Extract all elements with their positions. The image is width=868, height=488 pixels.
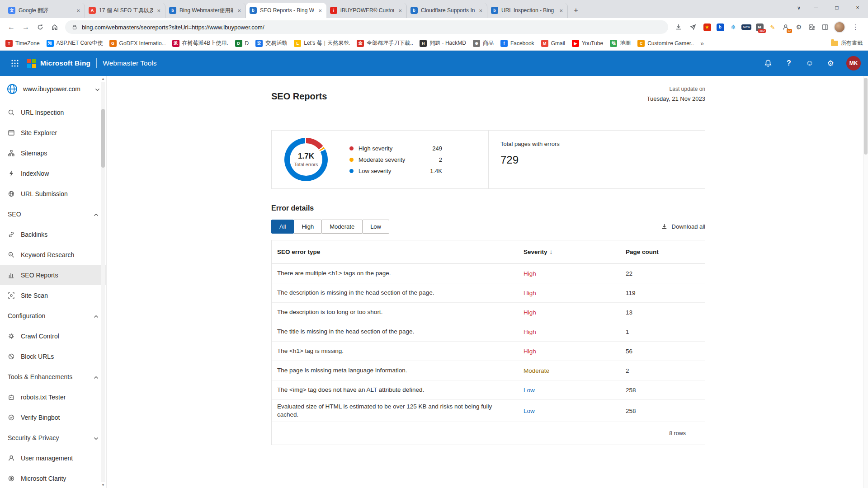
extensions-puzzle-icon[interactable]: [807, 23, 816, 32]
address-bar[interactable]: bing.com/webmasters/seoreports?siteUrl=h…: [65, 20, 668, 34]
bookmark-item[interactable]: ⊕商品: [473, 39, 494, 47]
sidebar-item-seo-reports[interactable]: SEO Reports: [0, 265, 106, 285]
help-icon[interactable]: ?: [784, 58, 794, 68]
tab-close-icon[interactable]: ×: [397, 7, 403, 14]
site-info-icon[interactable]: [71, 24, 78, 30]
sidebar-section-seo[interactable]: SEO: [0, 204, 106, 224]
snowflake-extension-icon[interactable]: ❄: [729, 23, 738, 32]
severity-filter-bar: All High Moderate Low Download all: [271, 220, 705, 234]
bookmark-item[interactable]: 派在树莓派4B上使用...: [172, 39, 228, 47]
download-all-button[interactable]: Download all: [661, 223, 705, 230]
tab-search-caret-icon[interactable]: ∨: [792, 0, 806, 15]
side-panel-icon[interactable]: [821, 23, 830, 32]
browser-tab[interactable]: A 17 個 AI SEO 工具以及 2023 年... ×: [85, 3, 165, 18]
bookmark-item[interactable]: TTimeZone: [5, 40, 40, 47]
filter-low-button[interactable]: Low: [362, 220, 389, 234]
column-page-count[interactable]: Page count: [626, 249, 705, 255]
window-maximize-icon[interactable]: □: [826, 0, 847, 15]
user-extension-icon[interactable]: 12: [781, 23, 790, 32]
browser-tab[interactable]: 文 Google 翻譯 ×: [5, 3, 85, 18]
download-icon[interactable]: [672, 20, 685, 34]
bookmark-item[interactable]: fFacebook: [500, 40, 534, 47]
scrollbar-track[interactable]: [101, 82, 105, 482]
tab-close-icon[interactable]: ×: [236, 7, 242, 14]
product-title[interactable]: Webmaster Tools: [103, 59, 156, 67]
sidebar-item-site-scan[interactable]: Site Scan: [0, 285, 106, 305]
tab-close-icon[interactable]: ×: [156, 7, 161, 14]
waffle-menu-icon[interactable]: [7, 56, 23, 71]
sidebar-item-keyword-research[interactable]: Keyword Research: [0, 244, 106, 265]
browser-profile-avatar[interactable]: [834, 21, 845, 33]
back-icon[interactable]: ←: [5, 20, 18, 34]
bookmark-item[interactable]: H問題 - HackMD: [420, 39, 466, 47]
bookmark-item[interactable]: ▶YouTube: [572, 40, 603, 47]
refresh-icon[interactable]: [33, 20, 47, 34]
home-icon[interactable]: [48, 20, 61, 34]
notifications-bell-icon[interactable]: [763, 58, 773, 68]
browser-tab[interactable]: b URL Inspection - Bing Webma... ×: [487, 3, 568, 18]
mail-extension-icon[interactable]: ✉302: [755, 23, 764, 32]
flag-extension-icon[interactable]: ★: [703, 23, 712, 32]
filter-high-button[interactable]: High: [293, 220, 322, 234]
tab-close-icon[interactable]: ×: [317, 7, 323, 14]
browser-tab[interactable]: b Cloudflare Supports IndexNo... ×: [407, 3, 487, 18]
all-bookmarks-button[interactable]: 所有書籤: [831, 39, 863, 47]
gear-extension-icon[interactable]: ⚙: [794, 23, 803, 32]
bookmark-item[interactable]: GGoDEX Internatio...: [109, 40, 165, 47]
forward-icon[interactable]: →: [19, 20, 33, 34]
sidebar-item-site-explorer[interactable]: Site Explorer: [0, 122, 106, 143]
sidebar-item-microsoft-clarity[interactable]: Microsoft Clarity: [0, 468, 106, 488]
bookmark-item[interactable]: 地地圖: [610, 39, 631, 47]
pen-extension-icon[interactable]: ✎: [768, 23, 777, 32]
browser-menu-kebab-icon[interactable]: ⋮: [849, 23, 862, 31]
bookmark-item[interactable]: CCustomize Gamer...: [637, 40, 693, 47]
sidebar-section-configuration[interactable]: Configuration: [0, 305, 106, 326]
sidebar-item-backlinks[interactable]: Backlinks: [0, 224, 106, 244]
bookmark-item[interactable]: LLet's 莓｜天然果乾...: [294, 39, 350, 47]
sidebar-item-crawl-control[interactable]: Crawl Control: [0, 326, 106, 346]
bookmark-item[interactable]: 交交易活動: [255, 39, 287, 47]
scroll-up-arrow-icon[interactable]: ▲: [101, 77, 105, 81]
sidebar-item-user-management[interactable]: User management: [0, 448, 106, 468]
sidebar-item-indexnow[interactable]: IndexNow: [0, 163, 106, 183]
tab-close-icon[interactable]: ×: [478, 7, 483, 14]
browser-tab[interactable]: i iBUYPOWER® Custom Gami... ×: [326, 3, 407, 18]
window-close-icon[interactable]: ×: [847, 0, 868, 15]
robot-icon: [8, 394, 15, 401]
bookmark-item[interactable]: MGmail: [541, 40, 565, 47]
feedback-smiley-icon[interactable]: ☺: [805, 58, 815, 68]
tab-close-icon[interactable]: ×: [75, 7, 81, 14]
share-icon[interactable]: [686, 20, 700, 34]
site-selector[interactable]: www.ibuypower.com: [0, 76, 106, 102]
bookmark-item[interactable]: 全全部都埋手刀下載...: [357, 39, 413, 47]
filter-all-button[interactable]: All: [271, 220, 294, 234]
sidebar-item-url-submission[interactable]: URL Submission: [0, 183, 106, 204]
sidebar-item-sitemaps[interactable]: Sitemaps: [0, 143, 106, 163]
scroll-down-arrow-icon[interactable]: ▼: [101, 483, 105, 487]
bookmark-item[interactable]: 知ASP.NET Core中使...: [47, 39, 103, 47]
sidebar-item-url-inspection[interactable]: URL Inspection: [0, 102, 106, 122]
sidebar-item-verify-bingbot[interactable]: Verify Bingbot: [0, 407, 106, 427]
new-badge-extension-icon[interactable]: New: [742, 23, 751, 32]
window-minimize-icon[interactable]: ─: [806, 0, 826, 15]
filter-moderate-button[interactable]: Moderate: [321, 220, 363, 234]
bookmarks-overflow-icon[interactable]: »: [700, 40, 704, 47]
sidebar-section-security[interactable]: Security & Privacy: [0, 427, 106, 448]
bing-extension-icon[interactable]: b: [716, 23, 725, 32]
bookmark-item[interactable]: DD: [235, 40, 249, 47]
tab-close-icon[interactable]: ×: [558, 7, 564, 14]
sidebar-item-block-urls[interactable]: Block URLs: [0, 346, 106, 366]
user-avatar[interactable]: MK: [846, 56, 861, 70]
brand-title[interactable]: Microsoft Bing: [40, 59, 90, 67]
new-tab-button[interactable]: +: [570, 4, 582, 17]
browser-tab-active[interactable]: b SEO Reports - Bing Webmast... ×: [246, 3, 326, 18]
scrollbar-thumb[interactable]: [101, 109, 105, 168]
sidebar-section-tools[interactable]: Tools & Enhancements: [0, 366, 106, 387]
sidebar-scrollbar[interactable]: ▲ ▼: [100, 77, 106, 487]
browser-tab[interactable]: b Bing Webmaster使用教學，你... ×: [165, 3, 246, 18]
sidebar-item-robots-tester[interactable]: robots.txt Tester: [0, 387, 106, 407]
column-severity[interactable]: Severity↓: [524, 249, 626, 255]
settings-gear-icon[interactable]: ⚙: [826, 58, 835, 68]
page-scrollbar[interactable]: [863, 76, 868, 488]
page-scrollbar-thumb[interactable]: [864, 78, 868, 155]
